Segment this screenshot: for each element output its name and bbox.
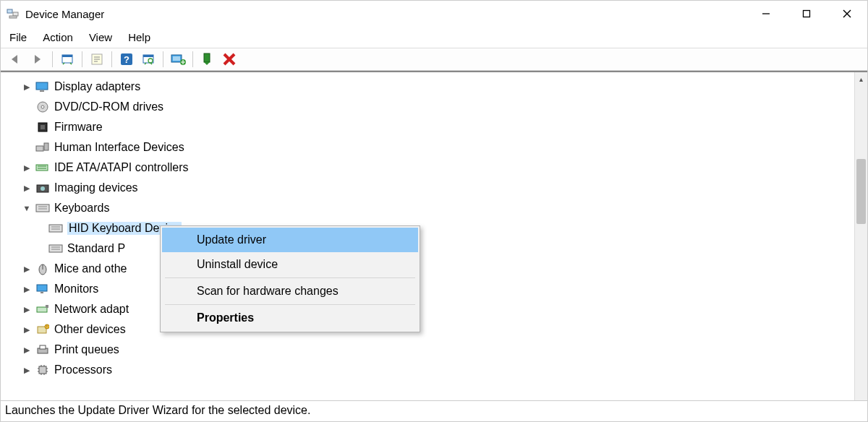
tree-item-display-adapters[interactable]: ▶ Display adapters: [21, 77, 851, 97]
keyboard-icon: [48, 242, 63, 255]
svg-rect-8: [62, 55, 72, 57]
printer-icon: [35, 343, 50, 356]
mouse-icon: [35, 262, 50, 275]
chevron-right-icon[interactable]: ▶: [21, 345, 33, 355]
tree-item-label: Other devices: [54, 323, 126, 336]
status-bar: Launches the Update Driver Wizard for th…: [1, 400, 867, 421]
svg-text:!: !: [46, 324, 47, 329]
ata-icon: [35, 161, 50, 174]
svg-rect-1: [13, 12, 18, 16]
toolbar-separator: [52, 51, 53, 67]
chevron-right-icon[interactable]: ▶: [21, 163, 33, 173]
tree-item-label: Firmware: [54, 121, 103, 134]
tree-item-label: Print queues: [54, 343, 119, 356]
ctx-update-driver[interactable]: Update driver: [162, 228, 418, 252]
svg-rect-29: [41, 125, 45, 129]
chevron-right-icon[interactable]: ▶: [21, 264, 33, 274]
chevron-right-icon[interactable]: ▶: [21, 184, 33, 193]
menu-action[interactable]: Action: [43, 31, 73, 43]
properties-icon[interactable]: [88, 51, 106, 68]
tree-item-label: IDE ATA/ATAPI controllers: [54, 161, 189, 174]
keyboard-icon: [48, 222, 63, 235]
chevron-right-icon[interactable]: ▶: [21, 285, 33, 294]
ctx-scan-hardware[interactable]: Scan for hardware changes: [162, 279, 418, 303]
svg-rect-48: [37, 285, 47, 291]
device-manager-icon: [7, 7, 20, 20]
menu-file[interactable]: File: [9, 31, 27, 43]
tree-item-network[interactable]: ▶ Network adapt: [21, 299, 851, 319]
svg-rect-57: [39, 366, 46, 374]
update-drivers-icon[interactable]: [169, 51, 187, 68]
tree-item-monitors[interactable]: ▶ Monitors: [21, 279, 851, 299]
tree-item-label: Display adapters: [54, 80, 140, 93]
svg-rect-25: [40, 90, 44, 92]
help-icon[interactable]: ?: [117, 51, 136, 68]
ctx-uninstall-device[interactable]: Uninstall device: [162, 252, 418, 277]
vertical-scrollbar[interactable]: ▴: [854, 72, 867, 400]
svg-rect-16: [143, 55, 153, 57]
keyboard-icon: [35, 202, 50, 215]
ctx-properties[interactable]: Properties: [162, 306, 418, 330]
context-menu: Update driver Uninstall device Scan for …: [160, 225, 420, 332]
device-tree[interactable]: ▶ Display adapters DVD/CD-ROM drives Fir…: [1, 72, 854, 400]
toolbar-separator: [111, 51, 112, 67]
menu-help[interactable]: Help: [128, 31, 150, 43]
tree-item-imaging[interactable]: ▶ Imaging devices: [21, 178, 851, 198]
uninstall-device-icon[interactable]: [220, 51, 239, 68]
forward-arrow-icon[interactable]: [28, 51, 47, 68]
ctx-separator: [165, 304, 415, 305]
menu-view[interactable]: View: [89, 31, 112, 43]
chevron-right-icon[interactable]: ▶: [21, 82, 33, 92]
close-button[interactable]: [827, 1, 867, 27]
maximize-button[interactable]: [786, 1, 827, 27]
svg-rect-2: [9, 16, 17, 18]
tree-item-print-queues[interactable]: ▶ Print queues: [21, 340, 851, 360]
back-arrow-icon[interactable]: [7, 51, 25, 68]
toolbar-separator: [82, 51, 82, 67]
svg-rect-4: [804, 11, 810, 17]
svg-rect-37: [36, 204, 49, 212]
tree-item-dvd[interactable]: DVD/CD-ROM drives: [21, 97, 851, 117]
svg-rect-31: [44, 143, 48, 150]
tree-item-firmware[interactable]: Firmware: [21, 117, 851, 137]
window-controls: [746, 1, 867, 27]
chevron-right-icon[interactable]: ▶: [21, 305, 33, 314]
disc-icon: [35, 100, 50, 113]
hid-icon: [35, 141, 50, 154]
tree-item-other[interactable]: ▶ ! Other devices: [21, 319, 851, 340]
enable-device-icon[interactable]: [198, 51, 217, 68]
chip-icon: [35, 121, 50, 134]
svg-rect-30: [36, 146, 43, 151]
tree-item-label: Keyboards: [54, 202, 110, 215]
svg-text:?: ?: [124, 54, 129, 65]
svg-rect-32: [36, 165, 48, 171]
tree-item-label: Processors: [54, 363, 112, 376]
svg-point-36: [41, 186, 45, 191]
scroll-thumb[interactable]: [856, 159, 866, 224]
tree-item-label: Imaging devices: [54, 181, 138, 194]
tree-item-processors[interactable]: ▶ Processors: [21, 360, 851, 380]
chevron-right-icon[interactable]: ▶: [21, 366, 33, 375]
tree-item-mice[interactable]: ▶ Mice and othe: [21, 259, 851, 279]
minimize-button[interactable]: [746, 1, 786, 27]
svg-rect-56: [40, 345, 46, 349]
toolbar-separator: [192, 51, 193, 67]
tree-item-label: Network adapt: [54, 303, 129, 316]
chevron-down-icon[interactable]: ▼: [21, 204, 33, 212]
network-icon: [35, 303, 50, 316]
show-devices-icon[interactable]: [58, 51, 77, 68]
toolbar-separator: [163, 51, 163, 67]
chevron-right-icon[interactable]: ▶: [21, 325, 33, 335]
tree-item-label: DVD/CD-ROM drives: [54, 100, 163, 113]
camera-icon: [35, 181, 50, 194]
tree-item-ide[interactable]: ▶ IDE ATA/ATAPI controllers: [21, 158, 851, 178]
scan-hardware-icon[interactable]: [139, 51, 158, 68]
svg-rect-40: [49, 225, 62, 232]
menu-bar: File Action View Help: [1, 27, 867, 48]
tree-item-label: Human Interface Devices: [54, 141, 184, 154]
tree-item-hid[interactable]: Human Interface Devices: [21, 137, 851, 158]
tree-item-keyboards[interactable]: ▼ Keyboards: [21, 198, 851, 218]
scroll-up-icon[interactable]: ▴: [855, 72, 867, 85]
tree-item-label: Monitors: [54, 283, 98, 296]
monitor-icon: [35, 283, 50, 296]
